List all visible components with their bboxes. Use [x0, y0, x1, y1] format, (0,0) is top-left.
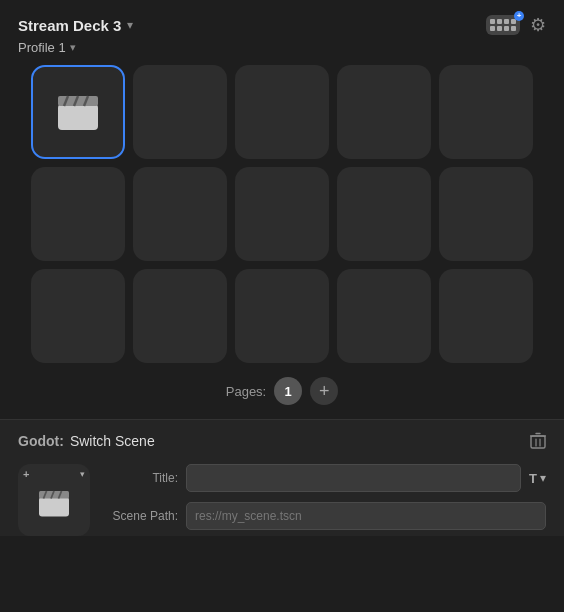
form-fields: Title: T ▾ Scene Path: [106, 464, 546, 530]
title-field-label: Title: [106, 471, 178, 485]
action-name-label: Switch Scene [70, 433, 155, 449]
deck-dot [497, 26, 502, 31]
grid-cell-2[interactable] [235, 65, 329, 159]
deck-dot [504, 26, 509, 31]
header-left: Stream Deck 3 ▾ [18, 17, 133, 34]
bottom-panel-header: Godot: Switch Scene [18, 432, 546, 450]
bottom-panel: Godot: Switch Scene + ▾ [0, 419, 564, 536]
preview-chevron-icon: ▾ [80, 469, 85, 479]
grid-cell-12[interactable] [235, 269, 329, 363]
plugin-label: Godot: [18, 433, 64, 449]
deck-dot [497, 19, 502, 24]
deck-badge: + [514, 11, 524, 21]
grid-cell-0[interactable] [31, 65, 125, 159]
deck-badge-plus-icon: + [517, 12, 522, 20]
title-format-chevron-icon: ▾ [540, 471, 546, 485]
title-input[interactable] [186, 464, 521, 492]
app-title: Stream Deck 3 [18, 17, 121, 34]
pages-row: Pages: 1 + [0, 377, 564, 419]
app-header: Stream Deck 3 ▾ + ⚙ [0, 0, 564, 40]
header-right: + ⚙ [486, 14, 546, 36]
title-format-button[interactable]: T ▾ [529, 471, 546, 486]
deck-dot [490, 19, 495, 24]
profile-label[interactable]: Profile 1 [18, 40, 66, 55]
bottom-title: Godot: Switch Scene [18, 433, 155, 449]
grid-cell-14[interactable] [439, 269, 533, 363]
grid-cell-3[interactable] [337, 65, 431, 159]
preview-clapper-icon [36, 485, 72, 521]
settings-button[interactable]: ⚙ [530, 14, 546, 36]
profile-row: Profile 1 ▾ [0, 40, 564, 65]
svg-rect-5 [531, 436, 545, 448]
preview-add-icon: + [23, 468, 29, 480]
svg-rect-0 [58, 104, 98, 130]
deck-icon-button[interactable]: + [486, 15, 520, 35]
clapper-icon [54, 88, 102, 136]
title-format-t-icon: T [529, 471, 537, 486]
trash-icon [530, 432, 546, 450]
grid-cell-5[interactable] [31, 167, 125, 261]
grid-cell-6[interactable] [133, 167, 227, 261]
grid-cell-9[interactable] [439, 167, 533, 261]
page-1-button[interactable]: 1 [274, 377, 302, 405]
grid-cell-13[interactable] [337, 269, 431, 363]
svg-rect-10 [39, 497, 69, 517]
grid-cell-4[interactable] [439, 65, 533, 159]
scene-path-field-row: Scene Path: [106, 502, 546, 530]
pages-label: Pages: [226, 384, 266, 399]
app-title-chevron-icon[interactable]: ▾ [127, 18, 133, 32]
scene-path-label: Scene Path: [106, 509, 178, 523]
title-field-row: Title: T ▾ [106, 464, 546, 492]
grid-cell-1[interactable] [133, 65, 227, 159]
deck-dot [511, 26, 516, 31]
deck-dot [504, 19, 509, 24]
grid-cell-11[interactable] [133, 269, 227, 363]
button-preview[interactable]: + ▾ [18, 464, 90, 536]
add-page-button[interactable]: + [310, 377, 338, 405]
delete-action-button[interactable] [530, 432, 546, 450]
button-grid [0, 65, 564, 363]
profile-chevron-icon: ▾ [70, 41, 76, 54]
action-form: + ▾ Title: T ▾ Scene Path: [18, 464, 546, 536]
deck-dot [490, 26, 495, 31]
grid-cell-7[interactable] [235, 167, 329, 261]
grid-cell-10[interactable] [31, 269, 125, 363]
scene-path-input[interactable] [186, 502, 546, 530]
grid-cell-8[interactable] [337, 167, 431, 261]
